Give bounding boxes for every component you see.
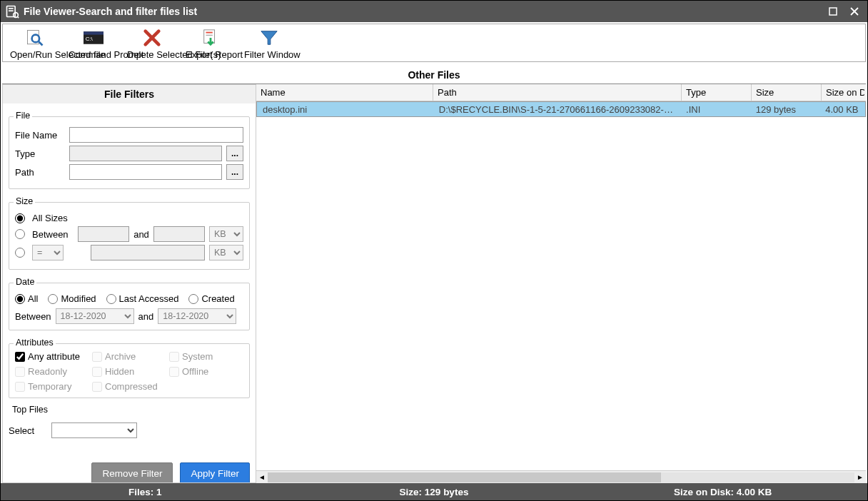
funnel-icon (259, 28, 279, 48)
status-disk: Size on Disk: 4.00 KB (578, 487, 867, 497)
section-header: Other Files (2, 65, 866, 84)
command-prompt-button[interactable]: C:\ Command Prompt (64, 24, 123, 60)
size-to-input[interactable] (153, 226, 205, 242)
col-name[interactable]: Name (256, 84, 433, 101)
col-sizeondisk[interactable]: Size on D (822, 84, 864, 101)
cell-type: .INI (682, 102, 752, 116)
size-legend: Size (14, 196, 35, 206)
size-all-label: All Sizes (32, 213, 68, 223)
export-report-button[interactable]: Export Report (181, 24, 240, 60)
date-to[interactable]: 18-12-2020 (158, 308, 236, 324)
attr-system-checkbox[interactable] (169, 352, 179, 362)
horizontal-scrollbar[interactable]: ◄ ► (256, 470, 866, 483)
size-op-select[interactable]: = (32, 245, 64, 260)
date-accessed-radio[interactable] (106, 294, 116, 304)
topfiles-group: Top Files Select (9, 411, 250, 447)
size-group: Size All Sizes Between and KB = KB (9, 202, 250, 270)
topfiles-select[interactable] (51, 422, 137, 438)
toolbar-label: Filter Window (244, 49, 294, 60)
size-value-input[interactable] (91, 245, 205, 260)
title-bar: File Viewer-Search and filter files list (1, 1, 867, 22)
filename-label: File Name (15, 130, 65, 141)
file-group: File File Name Type ... Path ... (9, 116, 250, 189)
attr-readonly-checkbox[interactable] (15, 367, 25, 377)
table-row[interactable]: desktop.ini D:\$RECYCLE.BIN\S-1-5-21-270… (256, 101, 866, 117)
filters-title: File Filters (2, 84, 256, 103)
attr-temporary-checkbox[interactable] (15, 382, 25, 392)
date-created-radio[interactable] (188, 294, 198, 304)
size-all-radio[interactable] (15, 213, 25, 223)
status-bar: Files: 1 Size: 129 bytes Size on Disk: 4… (1, 483, 867, 500)
filters-panel: File File Name Type ... Path ... Size Al… (2, 103, 256, 483)
toolbar-label: Command Prompt (69, 49, 118, 60)
select-label: Select (9, 425, 47, 436)
scroll-thumb[interactable] (268, 472, 661, 482)
size-between-label: Between (32, 229, 74, 240)
date-legend: Date (14, 277, 36, 287)
type-input[interactable] (69, 146, 222, 161)
attr-legend: Attributes (14, 338, 56, 348)
date-between-label: Between (15, 311, 51, 322)
grid-header: Name Path Type Size Size on D (256, 84, 866, 101)
cell-size: 129 bytes (752, 102, 822, 116)
attr-offline-checkbox[interactable] (169, 367, 179, 377)
filter-window-button[interactable]: Filter Window (240, 24, 298, 60)
status-files: Files: 1 (1, 487, 290, 497)
close-button[interactable] (844, 4, 864, 19)
attr-hidden-checkbox[interactable] (92, 367, 102, 377)
date-group: Date All Modified Last Accessed Created … (9, 283, 250, 330)
toolbar-label: Export Report (186, 49, 236, 60)
path-label: Path (15, 167, 65, 178)
path-input[interactable] (69, 164, 222, 180)
col-path[interactable]: Path (433, 84, 682, 101)
col-type[interactable]: Type (682, 84, 752, 101)
svg-line-4 (18, 17, 19, 19)
date-from[interactable]: 18-12-2020 (56, 308, 134, 324)
attr-any-checkbox[interactable] (15, 352, 25, 362)
grid-body[interactable]: desktop.ini D:\$RECYCLE.BIN\S-1-5-21-270… (256, 101, 866, 470)
attributes-group: Attributes Any attribute Archive System … (9, 343, 250, 398)
export-icon (201, 28, 221, 48)
cell-name: desktop.ini (258, 102, 435, 116)
cell-disk: 4.00 KB (821, 102, 864, 116)
window-title: File Viewer-Search and filter files list (24, 6, 822, 17)
attr-compressed-checkbox[interactable] (92, 382, 102, 392)
size-between-radio[interactable] (15, 229, 25, 239)
toolbar-label: Delete Selected File(s) (127, 49, 177, 60)
apply-filter-button[interactable]: Apply Filter (180, 462, 250, 483)
toolbar: Open/Run Selected file C:\ Command Promp… (2, 24, 866, 62)
status-size: Size: 129 bytes (290, 487, 579, 497)
path-browse-button[interactable]: ... (226, 164, 243, 180)
date-all-radio[interactable] (15, 294, 25, 304)
terminal-icon: C:\ (84, 28, 104, 48)
type-browse-button[interactable]: ... (226, 146, 243, 161)
svg-rect-12 (84, 31, 104, 34)
topfiles-legend: Top Files (10, 405, 50, 415)
file-legend: File (14, 111, 32, 121)
remove-filter-button[interactable]: Remove Filter (91, 462, 173, 483)
maximize-button[interactable] (823, 4, 843, 19)
and-label: and (133, 229, 149, 240)
delete-button[interactable]: Delete Selected File(s) (123, 24, 181, 60)
toolbar-label: Open/Run Selected file (10, 49, 60, 60)
attr-archive-checkbox[interactable] (92, 352, 102, 362)
scroll-left-icon[interactable]: ◄ (256, 472, 268, 483)
size-unit-select[interactable]: KB (209, 226, 243, 242)
col-size[interactable]: Size (752, 84, 822, 101)
open-run-button[interactable]: Open/Run Selected file (6, 24, 64, 60)
size-unit2-select[interactable]: KB (209, 245, 243, 260)
filename-input[interactable] (69, 127, 243, 143)
app-icon (5, 4, 19, 19)
svg-rect-5 (829, 8, 837, 15)
file-grid: Name Path Type Size Size on D desktop.in… (256, 84, 866, 483)
svg-line-10 (39, 41, 42, 45)
scroll-right-icon[interactable]: ► (854, 472, 866, 483)
type-label: Type (15, 148, 65, 159)
cell-path: D:\$RECYCLE.BIN\S-1-5-21-270661166-26092… (435, 102, 682, 116)
size-op-radio[interactable] (15, 248, 25, 258)
magnifier-page-icon (25, 28, 45, 48)
svg-text:C:\: C:\ (86, 36, 94, 42)
date-modified-radio[interactable] (48, 294, 58, 304)
size-from-input[interactable] (78, 226, 129, 242)
svg-rect-16 (204, 30, 215, 44)
